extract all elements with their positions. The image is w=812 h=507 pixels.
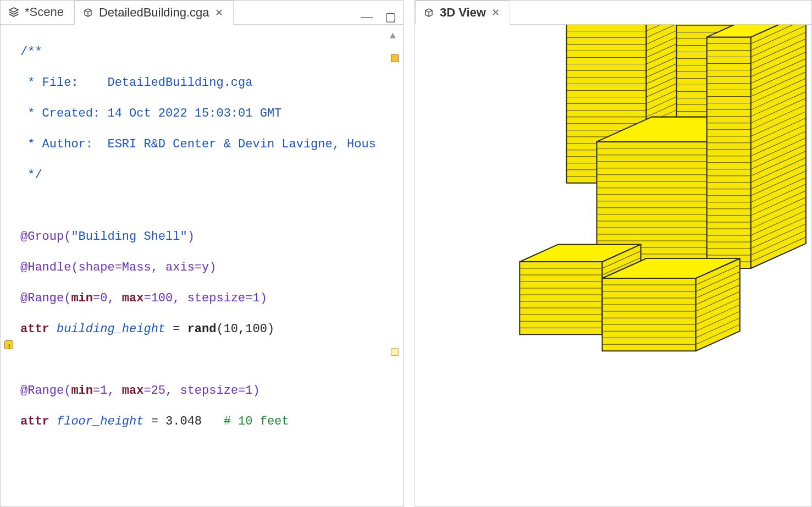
code-text: @Handle(shape=Mass, axis=y) (20, 261, 216, 274)
code-text: max (122, 291, 144, 305)
code-text: * Created: (20, 107, 100, 120)
code-text: "Building Shell" (71, 230, 187, 244)
svg-marker-177 (707, 37, 751, 268)
code-text: =100, stepsize=1) (143, 291, 267, 305)
code-text: attr (20, 322, 49, 336)
maximize-button[interactable]: ▢ (385, 10, 396, 24)
tab-scene[interactable]: *Scene (1, 0, 74, 24)
code-text: =25, stepsize=1) (143, 384, 259, 398)
code-text: =0, (93, 291, 122, 305)
code-text: min (71, 291, 93, 305)
titlebar-controls: — ▢ (361, 10, 403, 24)
code-text: /** (20, 45, 42, 59)
code-text: = (165, 322, 187, 336)
overview-warning-marker[interactable] (391, 54, 399, 62)
editor-tabbar: *Scene DetailedBuilding.cga ✕ — ▢ (1, 1, 403, 25)
code-text: DetailedBuilding.cga (79, 76, 253, 90)
code-text: = 3.048 (143, 415, 223, 428)
scroll-up-icon[interactable]: ▲ (390, 28, 396, 43)
editor-gutter (1, 25, 17, 506)
code-text: 14 Oct 2022 15:03:01 GMT (100, 107, 281, 120)
tab-label: *Scene (25, 5, 64, 19)
code-text: ESRI R&D Center & Devin Lavigne, Hous (93, 137, 376, 151)
code-text: * Author: (20, 137, 93, 151)
tab-label: 3D View (440, 5, 486, 20)
view3d-pane: 3D View ✕ (415, 0, 812, 507)
warning-marker[interactable] (1, 337, 17, 352)
view3d-tabbar: 3D View ✕ (415, 1, 811, 25)
code-text: @Range( (20, 291, 71, 305)
code-editor[interactable]: /** * File: DetailedBuilding.cga * Creat… (1, 25, 403, 506)
overview-highlight-marker[interactable] (391, 348, 399, 356)
viewport-3d[interactable] (415, 25, 811, 506)
code-text: =1, (93, 384, 122, 398)
code-text: rand (187, 322, 217, 336)
code-text: floor_height (49, 415, 144, 428)
svg-marker-271 (602, 278, 695, 351)
cube-icon (423, 7, 434, 18)
code-text: # 10 feet (224, 415, 289, 428)
minimize-button[interactable]: — (361, 10, 373, 24)
layers-icon (8, 7, 19, 18)
building-render (415, 25, 811, 506)
svg-marker-248 (520, 262, 602, 334)
code-text: @Group( (20, 230, 71, 244)
tab-3dview[interactable]: 3D View ✕ (415, 1, 510, 25)
code-text: @Range( (20, 384, 71, 398)
code-text: */ (20, 168, 42, 182)
code-text: building_height (49, 322, 165, 336)
code-content[interactable]: /** * File: DetailedBuilding.cga * Creat… (17, 25, 388, 506)
code-text: ) (187, 230, 195, 244)
tab-detailedbuilding[interactable]: DetailedBuilding.cga ✕ (74, 1, 234, 25)
close-icon[interactable]: ✕ (215, 7, 223, 19)
close-icon[interactable]: ✕ (491, 7, 500, 19)
editor-pane: *Scene DetailedBuilding.cga ✕ — ▢ (0, 0, 404, 507)
code-text: * File: (20, 76, 79, 90)
cube-icon (82, 7, 93, 18)
tab-label: DetailedBuilding.cga (99, 5, 209, 20)
code-text: max (122, 384, 144, 398)
code-text: min (71, 384, 93, 398)
overview-ruler[interactable]: ▲ (388, 25, 403, 506)
code-text: (10,100) (216, 322, 274, 336)
code-text: attr (20, 415, 49, 428)
